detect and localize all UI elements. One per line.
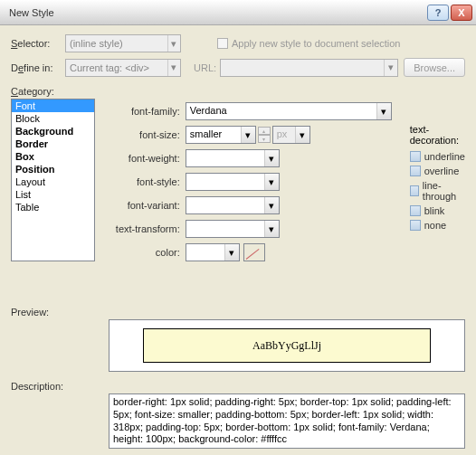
checkbox-icon: [217, 38, 228, 49]
apply-label: Apply new style to document selection: [232, 38, 401, 49]
font-style-label: font-style:: [104, 176, 186, 187]
checkbox-icon: [410, 205, 421, 216]
color-swatch[interactable]: [243, 243, 265, 261]
font-size-label: font-size:: [104, 129, 186, 140]
font-size-value: smaller: [186, 127, 241, 143]
font-weight-label: font-weight:: [104, 153, 186, 164]
decor-underline[interactable]: underline: [410, 151, 465, 162]
category-item-table[interactable]: Table: [12, 201, 94, 213]
text-transform-label: text-transform:: [104, 223, 186, 234]
apply-checkbox: Apply new style to document selection: [217, 38, 401, 49]
text-decoration-label: text-decoration:: [410, 124, 465, 146]
chevron-down-icon: ▾: [167, 35, 180, 52]
help-button[interactable]: ?: [427, 5, 449, 21]
font-size-unit-dropdown: px ▾: [272, 126, 310, 144]
chevron-down-icon[interactable]: ▾: [264, 221, 279, 237]
define-label: Define in:: [11, 62, 65, 73]
color-dropdown[interactable]: ▾: [186, 243, 240, 261]
font-size-spinner: ▴ ▾: [258, 127, 271, 143]
title-bar: New Style ? X: [0, 0, 476, 25]
chevron-down-icon: ▾: [295, 127, 309, 143]
chevron-down-icon[interactable]: ▾: [264, 197, 279, 213]
decor-overline[interactable]: overline: [410, 166, 465, 176]
define-combo: ▾: [65, 59, 181, 77]
checkbox-icon: [410, 151, 421, 162]
category-list[interactable]: FontBlockBackgroundBorderBoxPositionLayo…: [11, 99, 95, 261]
font-size-unit: px: [273, 127, 295, 143]
font-variant-label: font-variant:: [104, 200, 186, 211]
spin-up-icon: ▴: [258, 127, 271, 135]
decor-line-through[interactable]: line-through: [410, 180, 465, 202]
font-size-dropdown[interactable]: smaller ▾: [186, 126, 256, 144]
category-item-border[interactable]: Border: [12, 137, 94, 150]
category-item-layout[interactable]: Layout: [12, 175, 94, 188]
preview-box: AaBbYyGgLlJj: [109, 319, 465, 372]
font-family-label: font-family:: [104, 106, 186, 117]
url-input: [221, 60, 384, 76]
font-family-value: Verdana: [186, 103, 376, 119]
chevron-down-icon[interactable]: ▾: [224, 244, 239, 261]
window-title: New Style: [9, 7, 425, 18]
browse-button: Browse...: [404, 58, 465, 77]
chevron-down-icon[interactable]: ▾: [376, 103, 391, 119]
category-item-box[interactable]: Box: [12, 150, 94, 163]
preview-text: AaBbYyGgLlJj: [143, 328, 431, 363]
url-label: URL:: [194, 62, 216, 73]
font-weight-dropdown[interactable]: ▾: [186, 149, 280, 167]
description-box: border-right: 1px solid; padding-right: …: [109, 393, 465, 449]
decor-blink[interactable]: blink: [410, 205, 465, 216]
text-transform-dropdown[interactable]: ▾: [186, 220, 280, 238]
category-item-background[interactable]: Background: [12, 125, 94, 137]
category-item-block[interactable]: Block: [12, 112, 94, 125]
checkbox-icon: [410, 220, 421, 231]
chevron-down-icon[interactable]: ▾: [241, 127, 255, 143]
category-item-font[interactable]: Font: [12, 100, 94, 112]
spin-down-icon: ▾: [258, 135, 271, 143]
url-combo: ▾: [220, 59, 398, 77]
selector-input: [66, 35, 167, 52]
chevron-down-icon: ▾: [384, 60, 397, 76]
define-input: [66, 60, 167, 76]
category-item-position[interactable]: Position: [12, 163, 94, 175]
color-label: color:: [104, 247, 186, 258]
font-variant-dropdown[interactable]: ▾: [186, 196, 280, 214]
selector-label: Selector:: [11, 38, 65, 49]
checkbox-icon: [410, 185, 419, 196]
category-item-list[interactable]: List: [12, 188, 94, 201]
decor-none[interactable]: none: [410, 220, 465, 231]
selector-combo: ▾: [65, 34, 181, 52]
font-style-dropdown[interactable]: ▾: [186, 173, 280, 191]
chevron-down-icon[interactable]: ▾: [264, 174, 279, 190]
category-label: Category:: [11, 86, 465, 97]
checkbox-icon: [410, 166, 421, 176]
description-label: Description:: [11, 381, 465, 392]
preview-label: Preview:: [11, 307, 465, 318]
close-button[interactable]: X: [451, 5, 472, 21]
chevron-down-icon[interactable]: ▾: [264, 150, 279, 166]
font-family-dropdown[interactable]: Verdana ▾: [186, 102, 392, 120]
chevron-down-icon: ▾: [167, 60, 180, 76]
